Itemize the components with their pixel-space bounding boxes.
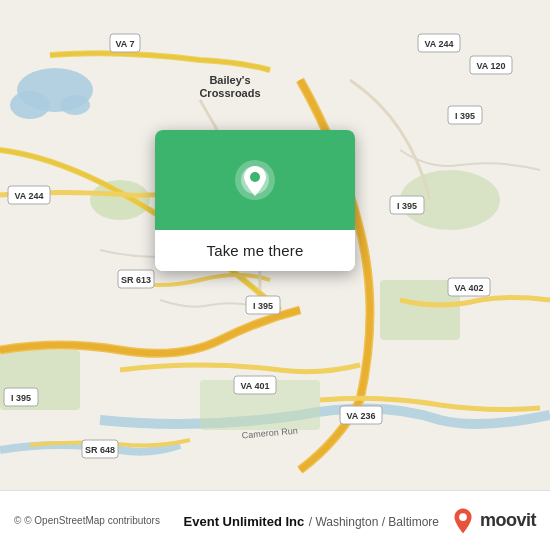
- copyright-icon: ©: [14, 515, 21, 526]
- moovit-brand-text: moovit: [480, 510, 536, 531]
- moovit-pin-icon: [449, 507, 477, 535]
- map-container: VA 7 VA 244 VA 120 VA 244 I 395 I 395 I …: [0, 0, 550, 490]
- svg-text:Crossroads: Crossroads: [199, 87, 260, 99]
- take-me-there-button[interactable]: Take me there: [155, 230, 355, 271]
- bottom-bar: © © OpenStreetMap contributors Event Unl…: [0, 490, 550, 550]
- venue-name: Event Unlimited Inc: [184, 514, 305, 529]
- svg-text:VA 236: VA 236: [346, 411, 375, 421]
- svg-text:VA 244: VA 244: [14, 191, 43, 201]
- svg-point-41: [459, 513, 467, 521]
- svg-point-40: [250, 172, 260, 182]
- svg-text:SR 648: SR 648: [85, 445, 115, 455]
- venue-info: Event Unlimited Inc / Washington / Balti…: [184, 512, 439, 530]
- svg-text:VA 401: VA 401: [240, 381, 269, 391]
- attribution-text: © OpenStreetMap contributors: [24, 515, 160, 526]
- svg-text:VA 244: VA 244: [424, 39, 453, 49]
- popup-card: Take me there: [155, 130, 355, 271]
- svg-point-4: [90, 180, 150, 220]
- location-pin-icon: [233, 158, 277, 202]
- svg-text:VA 402: VA 402: [454, 283, 483, 293]
- osm-attribution: © © OpenStreetMap contributors: [14, 515, 174, 526]
- svg-text:I 395: I 395: [11, 393, 31, 403]
- svg-text:SR 613: SR 613: [121, 275, 151, 285]
- svg-text:VA 120: VA 120: [476, 61, 505, 71]
- svg-text:I 395: I 395: [253, 301, 273, 311]
- moovit-logo: moovit: [449, 507, 536, 535]
- brand-area: Event Unlimited Inc / Washington / Balti…: [184, 512, 439, 530]
- venue-region: / Washington / Baltimore: [309, 515, 439, 529]
- svg-text:Bailey's: Bailey's: [209, 74, 250, 86]
- svg-text:I 395: I 395: [455, 111, 475, 121]
- svg-text:VA 7: VA 7: [115, 39, 134, 49]
- svg-text:I 395: I 395: [397, 201, 417, 211]
- popup-map-preview: [155, 130, 355, 230]
- svg-point-2: [10, 91, 50, 119]
- svg-point-3: [60, 95, 90, 115]
